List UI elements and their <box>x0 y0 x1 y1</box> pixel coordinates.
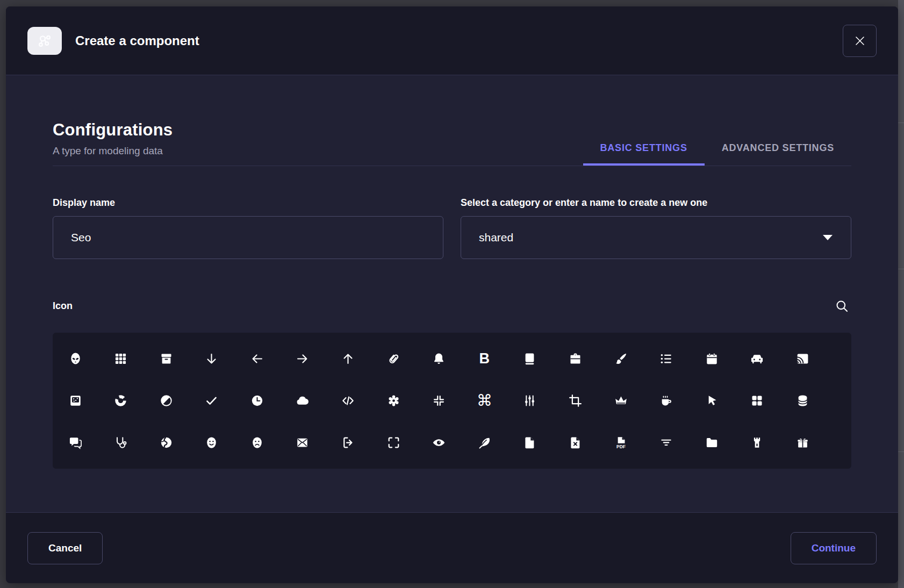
category-select[interactable]: shared <box>461 216 851 259</box>
continue-button[interactable]: Continue <box>791 532 877 564</box>
cancel-button[interactable]: Cancel <box>27 532 103 564</box>
create-component-dialog: Create a component Configurations A type… <box>6 6 898 583</box>
category-field-group: Select a category or enter a name to cre… <box>461 197 851 259</box>
scrollbar-segment <box>898 123 904 123</box>
earth-icon[interactable] <box>156 433 176 452</box>
dashboard-icon[interactable] <box>748 391 767 410</box>
clock-icon[interactable] <box>247 391 267 410</box>
file-icon[interactable] <box>520 433 540 452</box>
scrollbar-segment <box>898 451 904 452</box>
component-icon <box>27 27 62 55</box>
doctor-icon[interactable] <box>111 433 131 452</box>
display-name-input[interactable] <box>53 216 443 259</box>
emotion-happy-icon[interactable] <box>202 433 221 452</box>
crown-icon[interactable] <box>611 391 630 410</box>
display-name-field-group: Display name <box>53 197 443 259</box>
icon-search-button[interactable] <box>833 297 851 315</box>
crop-icon[interactable] <box>565 391 585 410</box>
chart-bubble-icon[interactable] <box>66 391 85 410</box>
file-pdf-icon[interactable]: PDF <box>611 433 630 452</box>
eye-icon[interactable] <box>429 433 449 452</box>
archive-icon[interactable] <box>156 349 176 369</box>
calendar-icon[interactable] <box>702 349 721 369</box>
car-icon[interactable] <box>748 349 767 369</box>
display-name-label: Display name <box>53 197 443 209</box>
arrow-down-icon[interactable] <box>202 349 221 369</box>
command-icon[interactable]: ⌘ <box>475 391 494 410</box>
arrow-left-icon[interactable] <box>247 349 267 369</box>
brush-icon[interactable] <box>611 349 630 369</box>
tab-basic-settings[interactable]: BASIC SETTINGS <box>583 142 705 166</box>
cloud-icon[interactable] <box>293 391 312 410</box>
icon-picker-grid: B⌘PDF <box>53 333 851 469</box>
cursor-icon[interactable] <box>702 391 721 410</box>
filter-icon[interactable] <box>657 433 676 452</box>
icon-label: Icon <box>53 300 73 312</box>
scrollbar-segment <box>898 269 904 269</box>
cup-icon[interactable] <box>657 391 676 410</box>
settings-tabs: BASIC SETTINGS ADVANCED SETTINGS <box>583 142 852 166</box>
section-head: Configurations A type for modeling data … <box>53 120 851 166</box>
apps-icon[interactable] <box>111 349 131 369</box>
bell-icon[interactable] <box>429 349 449 369</box>
category-label: Select a category or enter a name to cre… <box>461 197 851 209</box>
dialog-header: Create a component <box>6 6 898 75</box>
chart-pie-icon[interactable] <box>156 391 176 410</box>
dialog-title: Create a component <box>75 33 199 48</box>
alien-icon[interactable] <box>66 349 85 369</box>
bullet-list-icon[interactable] <box>657 349 676 369</box>
icon-section-head: Icon <box>53 297 851 315</box>
close-icon <box>853 34 866 47</box>
folder-icon[interactable] <box>702 433 721 452</box>
file-error-icon[interactable] <box>565 433 585 452</box>
page-title: Configurations <box>53 120 173 140</box>
code-icon[interactable] <box>339 391 358 410</box>
gift-icon[interactable] <box>793 433 812 452</box>
feather-icon[interactable] <box>475 433 494 452</box>
page-scrollbar[interactable] <box>898 0 904 588</box>
section-titles: Configurations A type for modeling data <box>53 120 173 166</box>
tab-advanced-settings[interactable]: ADVANCED SETTINGS <box>705 142 851 166</box>
close-button[interactable] <box>843 25 877 57</box>
check-icon[interactable] <box>202 391 221 410</box>
dialog-footer: Cancel Continue <box>6 512 898 583</box>
attachment-icon[interactable] <box>384 349 403 369</box>
bold-icon[interactable]: B <box>475 349 494 369</box>
envelop-icon[interactable] <box>293 433 312 452</box>
fortress-icon[interactable] <box>748 433 767 452</box>
category-selected-value: shared <box>479 231 513 244</box>
briefcase-icon[interactable] <box>565 349 585 369</box>
emotion-unhappy-icon[interactable] <box>247 433 267 452</box>
arrow-right-icon[interactable] <box>293 349 312 369</box>
caret-down-icon <box>822 234 833 241</box>
discuss-icon[interactable] <box>66 433 85 452</box>
svg-text:PDF: PDF <box>616 443 626 449</box>
search-icon <box>835 299 849 313</box>
arrow-up-icon[interactable] <box>339 349 358 369</box>
exit-icon[interactable] <box>339 433 358 452</box>
database-icon[interactable] <box>793 391 812 410</box>
connector-icon[interactable] <box>520 391 540 410</box>
expand-icon[interactable] <box>384 433 403 452</box>
cast-icon[interactable] <box>793 349 812 369</box>
book-icon[interactable] <box>520 349 540 369</box>
cog-icon[interactable] <box>384 391 403 410</box>
form-row: Display name Select a category or enter … <box>53 197 851 259</box>
chart-circle-icon[interactable] <box>111 391 131 410</box>
collapse-icon[interactable] <box>429 391 449 410</box>
dialog-body: Configurations A type for modeling data … <box>6 75 898 512</box>
page-subtitle: A type for modeling data <box>53 145 173 157</box>
